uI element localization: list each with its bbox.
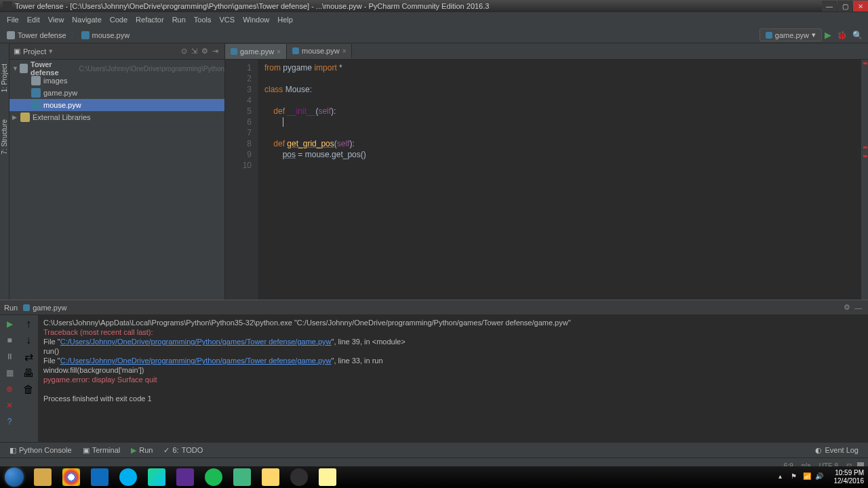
settings-button[interactable]: ⚙	[844, 303, 850, 312]
tree-external-libraries[interactable]: ▶ External Libraries	[9, 111, 224, 123]
tree-item[interactable]: game.pyw	[9, 87, 224, 99]
system-tray[interactable]: ▴ ⚑ 📶 🔊	[773, 472, 830, 482]
close-tab-button[interactable]: ×	[277, 48, 281, 56]
run-output-console[interactable]: C:\Users\Johnny\AppData\Local\Programs\P…	[38, 315, 868, 442]
taskbar-app-onedrive[interactable]	[85, 466, 114, 488]
close-button[interactable]: ✕	[3, 399, 16, 411]
project-tool-tab[interactable]: 1: Project	[1, 64, 8, 92]
taskbar-app-pycharm[interactable]	[142, 466, 171, 488]
run-config-selector[interactable]: game.pyw ▾	[760, 28, 822, 41]
error-marker[interactable]	[863, 62, 867, 64]
event-log-tab[interactable]: ◐ Event Log	[810, 446, 864, 455]
code-editor[interactable]: from pygame import *class Mouse: def __i…	[259, 60, 868, 300]
tray-volume-icon[interactable]: 🔊	[815, 472, 825, 482]
menu-window[interactable]: Window	[239, 16, 273, 24]
taskbar-clock[interactable]: 10:59 PM 12/4/2016	[830, 469, 869, 485]
tree-label: game.pyw	[43, 89, 77, 97]
breadcrumb-file[interactable]: mouse.pyw	[77, 30, 134, 41]
clear-button[interactable]: 🗑	[23, 384, 34, 396]
tray-network-icon[interactable]: 📶	[803, 472, 812, 482]
run-tab[interactable]: ▶ Run	[125, 446, 158, 455]
help-button[interactable]: ?	[3, 415, 16, 428]
collapse-all-button[interactable]: ⇲	[191, 47, 197, 56]
error-marker[interactable]	[863, 155, 867, 157]
tray-flag-icon[interactable]: ⚑	[791, 472, 800, 482]
tree-label: images	[43, 77, 67, 85]
terminal-icon: ▣	[83, 446, 90, 455]
project-tree[interactable]: ▼ Tower defense C:\Users\Johnny\OneDrive…	[9, 60, 224, 300]
python-file-icon	[766, 32, 772, 39]
tree-root[interactable]: ▼ Tower defense C:\Users\Johnny\OneDrive…	[9, 62, 224, 75]
taskbar-app-notes[interactable]	[313, 466, 342, 488]
close-tab-button[interactable]: ×	[342, 47, 347, 55]
taskbar-app-vs[interactable]	[171, 466, 199, 488]
scroll-from-source-button[interactable]: ⊙	[181, 47, 187, 56]
taskbar-app-obs[interactable]	[285, 466, 313, 488]
project-icon: ▣	[14, 47, 20, 56]
minimize-button[interactable]: —	[822, 1, 837, 12]
taskbar-app-explorer[interactable]	[28, 466, 57, 488]
wrap-button[interactable]: ⇄	[24, 350, 33, 363]
print-button[interactable]: 🖶	[23, 367, 34, 380]
expand-arrow-icon[interactable]: ▶	[12, 114, 20, 121]
breadcrumb-label: Tower defense	[18, 31, 66, 39]
debug-button[interactable]: 🐞	[837, 30, 847, 40]
menu-code[interactable]: Code	[106, 16, 132, 24]
taskbar-app-discord[interactable]	[228, 466, 256, 488]
menu-view[interactable]: View	[44, 16, 68, 24]
python-file-icon	[292, 47, 299, 54]
run-config-name: game.pyw	[775, 31, 809, 39]
line-number-gutter[interactable]: 12345678910	[225, 60, 259, 300]
run-button[interactable]: ▶	[825, 30, 831, 40]
taskbar-app-fileexplorer[interactable]	[256, 466, 285, 488]
run-tool-window: Run game.pyw ⚙ — ▶ ■ ⏸ ▦ ⊗ ✕ ? ↑ ↓ ⇄ 🖶 🗑…	[0, 300, 868, 442]
taskbar-app-skype[interactable]	[114, 466, 142, 488]
up-button[interactable]: ↑	[26, 318, 31, 330]
menu-run[interactable]: Run	[168, 16, 190, 24]
structure-tool-tab[interactable]: 7: Structure	[1, 119, 8, 155]
chevron-down-icon[interactable]: ▾	[49, 47, 53, 56]
menu-vcs[interactable]: VCS	[216, 16, 239, 24]
todo-tab[interactable]: ✓ 6: TODO	[158, 446, 208, 455]
settings-button[interactable]: ⚙	[201, 47, 208, 56]
maximize-button[interactable]: ▢	[837, 1, 852, 12]
python-file-icon	[31, 88, 41, 98]
left-tool-gutter: 1: Project 7: Structure	[0, 43, 9, 300]
rerun-button[interactable]: ▶	[3, 318, 16, 330]
tab-label: TODO	[182, 446, 203, 454]
windows-logo-icon	[5, 468, 24, 487]
editor-tab[interactable]: game.pyw ×	[225, 44, 287, 59]
menu-edit[interactable]: Edit	[23, 16, 44, 24]
editor-tab-active[interactable]: mouse.pyw ×	[287, 44, 352, 59]
taskbar-app-chrome[interactable]	[57, 466, 85, 488]
stop-button[interactable]: ■	[3, 334, 16, 346]
exit-button[interactable]: ⊗	[3, 383, 16, 395]
dump-button[interactable]: ▦	[3, 367, 16, 379]
expand-arrow-icon[interactable]: ▼	[12, 65, 20, 72]
search-everywhere-button[interactable]: 🔍	[852, 30, 863, 40]
hide-button[interactable]: ⇥	[212, 47, 218, 56]
tab-label: Event Log	[825, 446, 859, 454]
error-marker[interactable]	[863, 146, 867, 148]
start-button[interactable]	[0, 466, 28, 488]
clock-time: 10:59 PM	[834, 469, 865, 477]
hide-button[interactable]: —	[854, 304, 862, 312]
run-header-label: Run	[4, 304, 18, 312]
close-button[interactable]: ✕	[853, 1, 868, 12]
menu-file[interactable]: File	[3, 16, 23, 24]
menu-tools[interactable]: Tools	[190, 16, 216, 24]
menu-navigate[interactable]: Navigate	[68, 16, 105, 24]
window-title: Tower defense - [C:\Users\Johnny\OneDriv…	[15, 2, 821, 10]
breadcrumb-root[interactable]: Tower defense	[3, 30, 71, 41]
editor-marker-bar[interactable]	[861, 60, 868, 300]
tree-item-selected[interactable]: mouse.pyw	[9, 99, 224, 111]
menu-help[interactable]: Help	[273, 16, 297, 24]
pause-button[interactable]: ⏸	[3, 350, 16, 363]
python-console-tab[interactable]: ◧ Python Console	[4, 446, 77, 455]
tray-arrow-icon[interactable]: ▴	[778, 472, 788, 482]
menu-refactor[interactable]: Refactor	[132, 16, 168, 24]
tab-label: Terminal	[92, 446, 121, 454]
terminal-tab[interactable]: ▣ Terminal	[77, 446, 126, 455]
down-button[interactable]: ↓	[26, 334, 31, 346]
taskbar-app-spotify[interactable]	[199, 466, 228, 488]
